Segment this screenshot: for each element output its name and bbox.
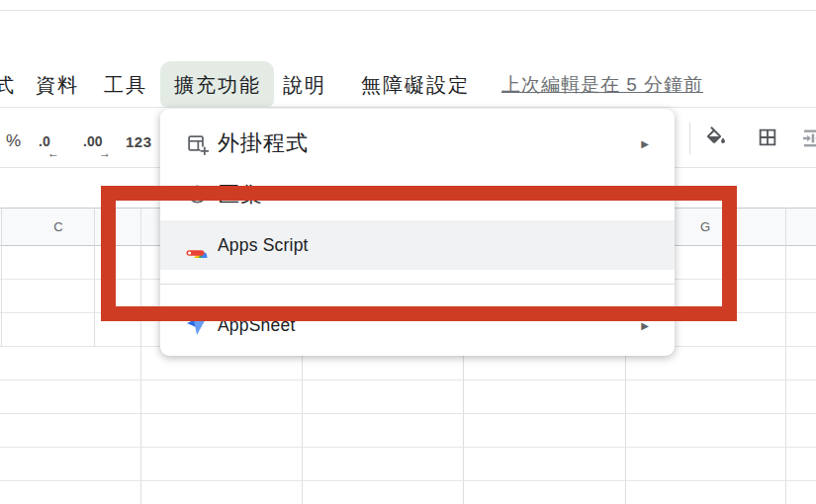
number-format-button[interactable]: 123	[126, 133, 152, 150]
toolbar-divider	[689, 123, 690, 154]
gridline	[1, 208, 2, 346]
gridline	[0, 413, 816, 414]
menu-item-add-ons[interactable]: 外掛程式 ▶	[160, 119, 675, 168]
merge-cells-icon	[801, 136, 816, 153]
gridline	[0, 379, 816, 380]
percent-format-button[interactable]: %	[6, 131, 21, 151]
borders-button[interactable]	[757, 126, 778, 152]
submenu-arrow-icon: ▶	[641, 320, 649, 331]
submenu-arrow-icon: ▶	[641, 138, 649, 149]
top-chrome-divider	[0, 10, 816, 11]
menubar-item-data[interactable]: 資料	[36, 63, 79, 107]
menubar-bottom-divider	[0, 107, 816, 108]
gridline	[0, 447, 816, 448]
merge-cells-button[interactable]	[801, 126, 816, 154]
menubar-item-format-partial[interactable]: 式	[0, 63, 16, 107]
gridline	[0, 480, 816, 481]
menubar-item-extensions[interactable]: 擴充功能	[174, 63, 261, 107]
last-edit-link[interactable]: 上次編輯是在 5 分鐘前	[501, 63, 703, 107]
add-ons-icon	[184, 130, 210, 156]
menu-item-label: 外掛程式	[218, 128, 309, 158]
gridline	[94, 208, 95, 346]
fill-color-icon	[704, 136, 728, 153]
annotation-rectangle	[101, 186, 737, 321]
increase-decimal-button[interactable]: .00	[83, 133, 102, 149]
gridline	[785, 208, 786, 504]
menubar-item-tools[interactable]: 工具	[104, 63, 147, 107]
column-header-c[interactable]: C	[53, 219, 62, 234]
menubar-item-help[interactable]: 說明	[283, 63, 326, 107]
borders-icon	[757, 134, 778, 151]
menubar-item-accessibility[interactable]: 無障礙設定	[361, 63, 470, 107]
google-sheets-window: 式 資料 工具 擴充功能 說明 無障礙設定 上次編輯是在 5 分鐘前 % .0 …	[0, 0, 816, 504]
decrease-decimal-button[interactable]: .0	[39, 133, 50, 149]
fill-color-button[interactable]	[704, 126, 728, 154]
